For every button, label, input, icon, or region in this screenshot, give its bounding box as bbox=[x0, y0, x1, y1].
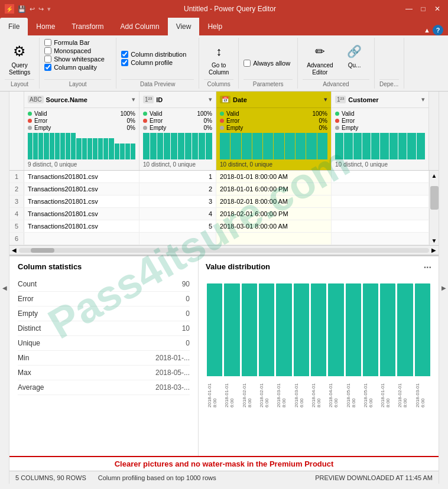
column-distribution-checkbox[interactable]: Column distribution bbox=[121, 51, 186, 58]
always-allow-checkbox[interactable]: Always allow bbox=[244, 60, 290, 67]
monospaced-checkbox[interactable]: Monospaced bbox=[44, 47, 91, 54]
tab-add-column[interactable]: Add Column bbox=[112, 18, 168, 35]
dist-label: 2018-01-01 8:00 bbox=[207, 377, 222, 407]
col-header-source[interactable]: ABC Source.Name ▾ Valid100% Error0% bbox=[24, 92, 139, 170]
cell-3-source[interactable]: Transactions201801.csv bbox=[24, 195, 139, 207]
cell-5-id[interactable]: 5 bbox=[139, 220, 216, 232]
vscroll-track[interactable] bbox=[430, 180, 439, 236]
cell-3-date[interactable]: 2018-02-01 8:00:00 AM bbox=[216, 195, 332, 207]
query-dependencies-button[interactable]: 🔗 Qu... bbox=[340, 39, 369, 72]
horizontal-scrollbar[interactable]: ◀ ▶ bbox=[9, 245, 439, 255]
dist-bar bbox=[242, 283, 257, 376]
hscroll-right[interactable]: ▶ bbox=[429, 246, 439, 255]
formula-bar-checkbox[interactable]: Formula Bar bbox=[44, 39, 90, 46]
source-filter[interactable]: ▾ bbox=[132, 96, 135, 103]
cell-4-source[interactable]: Transactions201801.csv bbox=[24, 208, 139, 220]
advanced-editor-button[interactable]: ✏ AdvancedEditor bbox=[303, 39, 337, 79]
cell-4-id[interactable]: 4 bbox=[139, 208, 216, 220]
cell-5-customer[interactable] bbox=[332, 220, 429, 232]
cell-1-customer[interactable] bbox=[332, 171, 429, 182]
vertical-scrollbar[interactable]: ▲ ▼ bbox=[429, 171, 439, 245]
id-filter[interactable]: ▾ bbox=[209, 96, 212, 103]
vscroll-down[interactable]: ▼ bbox=[430, 236, 439, 245]
dist-more-button[interactable]: ··· bbox=[424, 262, 431, 273]
tab-help[interactable]: Help bbox=[199, 18, 231, 35]
cell-1-date[interactable]: 2018-01-01 8:00:00 AM bbox=[216, 171, 332, 182]
nav-left-arrow[interactable]: ◀ bbox=[0, 92, 9, 484]
cell-4-date[interactable]: 2018-02-01 6:00:00 PM bbox=[216, 208, 332, 220]
layout-group-label: Layout bbox=[5, 79, 34, 87]
cell-5-source[interactable]: Transactions201801.csv bbox=[24, 220, 139, 232]
hscroll-track[interactable] bbox=[19, 248, 429, 253]
bottom-panel: Column statistics Count 90 Error 0 Empty… bbox=[9, 255, 439, 456]
column-distribution-check[interactable] bbox=[121, 51, 128, 58]
col-header-customer[interactable]: 1²³ Customer ▾ Valid Error bbox=[332, 92, 429, 170]
table-row: 1 Transactions201801.csv 1 2018-01-01 8:… bbox=[9, 171, 429, 183]
id-type-icon: 1²³ bbox=[143, 96, 154, 103]
tab-home[interactable]: Home bbox=[28, 18, 63, 35]
quick-save[interactable]: 💾 bbox=[18, 5, 26, 13]
column-profile-checkbox[interactable]: Column profile bbox=[121, 59, 173, 66]
app-icon: ⚡ bbox=[5, 4, 14, 14]
dist-bar bbox=[415, 283, 430, 376]
column-quality-check[interactable] bbox=[44, 64, 51, 71]
go-to-column-button[interactable]: ↕ Go toColumn bbox=[204, 39, 233, 79]
stat-max-value: 2018-05-... bbox=[155, 369, 190, 377]
maximize-button[interactable]: □ bbox=[417, 3, 429, 15]
data-grid: ABC Source.Name ▾ Valid100% Error0% bbox=[9, 92, 439, 255]
col-header-date[interactable]: 📅 Date ▾ Valid100% Error0% bbox=[216, 92, 332, 170]
cell-5-date[interactable]: 2018-03-01 8:00:00 AM bbox=[216, 220, 332, 232]
id-col-name: ID bbox=[156, 96, 206, 103]
cell-1-id[interactable]: 1 bbox=[139, 171, 216, 182]
cell-2-source[interactable]: Transactions201801.csv bbox=[24, 183, 139, 195]
hscroll-left[interactable]: ◀ bbox=[9, 246, 19, 255]
stat-min: Min 2018-01-... bbox=[18, 351, 190, 366]
stat-empty-value: 0 bbox=[186, 309, 190, 318]
tab-view[interactable]: View bbox=[168, 18, 200, 35]
column-quality-checkbox[interactable]: Column quality bbox=[44, 64, 97, 71]
date-filter[interactable]: ▾ bbox=[324, 96, 327, 103]
formula-bar-check[interactable] bbox=[44, 39, 51, 46]
cell-2-date[interactable]: 2018-01-01 6:00:00 PM bbox=[216, 183, 332, 195]
column-profile-check[interactable] bbox=[121, 59, 128, 66]
source-col-name: Source.Name bbox=[46, 96, 129, 103]
tab-transform[interactable]: Transform bbox=[63, 18, 112, 35]
row-num-6: 6 bbox=[9, 233, 24, 244]
col-header-id[interactable]: 1²³ ID ▾ Valid100% Error0% bbox=[139, 92, 216, 170]
vscroll-up[interactable]: ▲ bbox=[430, 171, 439, 180]
dist-label: 2018-05-01 6:00 bbox=[363, 377, 378, 407]
show-whitespace-check[interactable] bbox=[44, 56, 51, 63]
close-button[interactable]: ✕ bbox=[431, 3, 443, 15]
cell-6-customer[interactable] bbox=[332, 233, 429, 244]
nav-right-arrow[interactable]: ▶ bbox=[439, 92, 448, 484]
cell-3-customer[interactable] bbox=[332, 195, 429, 207]
window-title: Untitled - Power Query Editor bbox=[57, 5, 403, 13]
advanced-editor-label: AdvancedEditor bbox=[307, 62, 333, 76]
vscroll-thumb[interactable] bbox=[430, 186, 439, 210]
minimize-button[interactable]: — bbox=[403, 3, 415, 15]
show-whitespace-checkbox[interactable]: Show whitespace bbox=[44, 56, 105, 63]
customer-filter[interactable]: ▾ bbox=[421, 96, 425, 103]
empty-dot bbox=[28, 126, 32, 130]
cell-2-id[interactable]: 2 bbox=[139, 183, 216, 195]
stat-unique-label: Unique bbox=[18, 339, 40, 347]
quick-undo[interactable]: ↩ bbox=[30, 5, 35, 13]
collapse-ribbon[interactable]: ▲ bbox=[424, 27, 430, 34]
cell-3-id[interactable]: 3 bbox=[139, 195, 216, 207]
always-allow-check[interactable] bbox=[244, 60, 251, 67]
cell-6-id[interactable] bbox=[139, 233, 216, 244]
data-rows-container: 1 Transactions201801.csv 1 2018-01-01 8:… bbox=[9, 171, 439, 245]
cell-1-source[interactable]: Transactions201801.csv bbox=[24, 171, 139, 182]
query-settings-button[interactable]: ⚙ QuerySettings bbox=[5, 39, 34, 79]
cell-6-source[interactable] bbox=[24, 233, 139, 244]
cell-4-customer[interactable] bbox=[332, 208, 429, 220]
cell-6-date[interactable] bbox=[216, 233, 332, 244]
source-distinct: 9 distinct, 0 unique bbox=[28, 161, 135, 168]
hscroll-thumb[interactable] bbox=[31, 248, 54, 253]
quick-redo[interactable]: ↪ bbox=[38, 5, 44, 13]
dist-bar bbox=[294, 283, 309, 376]
help-button[interactable]: ? bbox=[433, 25, 443, 35]
cell-2-customer[interactable] bbox=[332, 183, 429, 195]
monospaced-check[interactable] bbox=[44, 47, 51, 54]
tab-file[interactable]: File bbox=[0, 18, 28, 35]
